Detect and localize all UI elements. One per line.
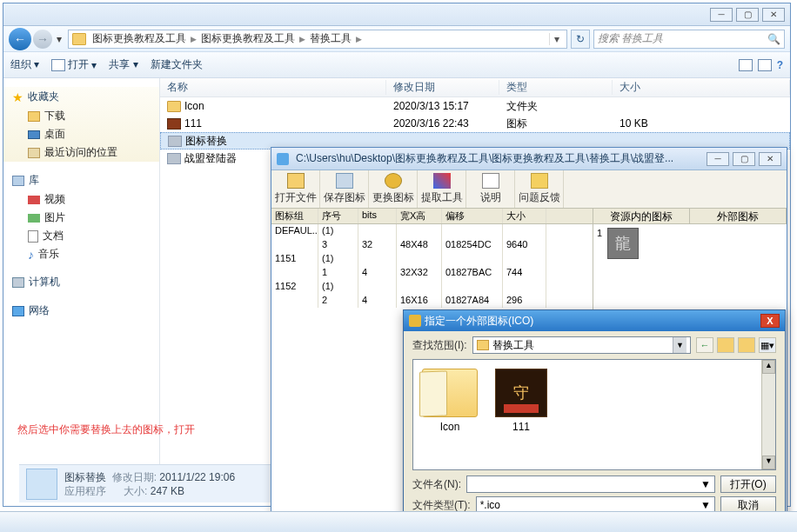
new-folder-button[interactable]: 新建文件夹 — [151, 57, 203, 72]
sidebar-item-videos[interactable]: 视频 — [3, 190, 159, 209]
help-icon — [482, 173, 499, 189]
up-button[interactable] — [717, 337, 734, 353]
chevron-right-icon[interactable]: ▶ — [354, 35, 364, 43]
file-browse-area[interactable]: Icon 守 111 ▲ ▼ — [412, 359, 776, 470]
minimize-button[interactable]: ─ — [710, 8, 733, 22]
back-button[interactable]: ← — [696, 337, 713, 353]
filename-input[interactable]: ▼ — [466, 475, 715, 493]
resource-icon-preview[interactable]: 龍 — [607, 228, 639, 259]
col-date[interactable]: 修改日期 — [386, 80, 499, 95]
grid-row[interactable]: 2416X1601827A84296 — [271, 294, 593, 308]
lookup-label: 查找范围(I): — [412, 338, 467, 353]
app-icon — [168, 136, 182, 147]
lookup-combo[interactable]: 替换工具 ▼ — [472, 336, 691, 354]
sidebar-computer[interactable]: 计算机 — [3, 272, 159, 292]
col-name[interactable]: 名称 — [160, 80, 386, 95]
open-file-button[interactable]: 打开文件 — [271, 170, 320, 208]
nav-forward-button[interactable]: → — [33, 30, 52, 49]
scrollbar[interactable]: ▲ ▼ — [761, 360, 775, 469]
sidebar-item-desktop[interactable]: 桌面 — [3, 125, 159, 143]
col-group[interactable]: 图标组 — [271, 209, 318, 223]
sidebar-libraries[interactable]: 库 — [3, 170, 159, 190]
help-button[interactable]: 说明 — [466, 170, 515, 208]
sidebar-favorites[interactable]: ★收藏夹 — [3, 87, 159, 107]
chevron-down-icon[interactable]: ▼ — [673, 337, 686, 353]
replace-icon-button[interactable]: 更换图标 — [369, 170, 418, 208]
nav-history-dropdown[interactable]: ▾ — [54, 33, 64, 45]
nav-pane: ★收藏夹 下载 桌面 最近访问的位置 库 视频 图片 文档 ♪音乐 计算机 网络 — [3, 78, 160, 480]
grid-row[interactable]: 1432X3201827BAC744 — [271, 266, 593, 280]
filename-label: 文件名(N): — [412, 477, 461, 492]
grid-row[interactable]: 1152(1) — [271, 280, 593, 294]
col-size[interactable]: 大小 — [503, 209, 546, 223]
chevron-down-icon[interactable]: ▼ — [700, 478, 711, 490]
view-mode-button[interactable]: ▦▾ — [759, 337, 776, 353]
extract-icon — [433, 173, 451, 189]
file-picker-titlebar[interactable]: 指定一个外部图标(ICO) X — [404, 310, 785, 331]
icon-file-icon — [167, 118, 181, 130]
maximize-button[interactable]: ▢ — [733, 152, 755, 166]
sidebar-item-downloads[interactable]: 下载 — [3, 107, 159, 125]
new-folder-button[interactable] — [738, 337, 755, 353]
address-box[interactable]: 图标更换教程及工具▶ 图标更换教程及工具▶ 替换工具▶ ▾ — [68, 30, 567, 49]
save-icon-button[interactable]: 保存图标 — [320, 170, 369, 208]
resource-internal-body[interactable]: 1 龍 — [593, 224, 690, 263]
open-button[interactable]: 打开(O) — [720, 475, 776, 493]
organize-button[interactable]: 组织 ▾ — [10, 57, 39, 72]
close-button[interactable]: X — [760, 314, 780, 328]
col-type[interactable]: 类型 — [499, 80, 613, 95]
taskbar[interactable] — [0, 511, 797, 532]
extract-tool-button[interactable]: 提取工具 — [418, 170, 466, 208]
feedback-button[interactable]: 问题反馈 — [515, 170, 564, 208]
document-icon — [28, 230, 38, 243]
lookup-value: 替换工具 — [492, 338, 534, 353]
preview-pane-button[interactable] — [758, 59, 772, 71]
file-row[interactable]: 1112020/3/16 22:43图标10 KB — [160, 115, 790, 132]
search-input[interactable]: 搜索 替换工具 🔍 — [593, 30, 785, 49]
col-size[interactable]: 大小 — [613, 80, 790, 95]
sidebar-network[interactable]: 网络 — [3, 301, 159, 321]
icon-editor-titlebar[interactable]: C:\Users\hu\Desktop\图标更换教程及工具\图标更换教程及工具\… — [271, 148, 787, 170]
resource-internal-header: 资源内的图标 — [593, 209, 690, 224]
address-dropdown[interactable]: ▾ — [549, 33, 563, 45]
col-wh[interactable]: 宽X高 — [397, 209, 442, 223]
sidebar-item-music[interactable]: ♪音乐 — [3, 245, 159, 263]
browse-item-icon[interactable]: 守 111 — [495, 369, 547, 461]
grid-row[interactable]: DEFAUL..(1) — [271, 224, 593, 238]
maximize-button[interactable]: ▢ — [736, 8, 759, 22]
open-button[interactable]: 打开 ▾ — [51, 57, 97, 72]
col-bits[interactable]: bits — [358, 209, 397, 223]
col-offset[interactable]: 偏移 — [442, 209, 503, 223]
browse-item-folder[interactable]: Icon — [422, 369, 478, 461]
chevron-right-icon[interactable]: ▶ — [189, 35, 198, 43]
chevron-right-icon[interactable]: ▶ — [298, 35, 307, 43]
search-icon[interactable]: 🔍 — [767, 33, 780, 45]
library-icon — [12, 176, 24, 186]
breadcrumb[interactable]: 图标更换教程及工具 — [90, 31, 189, 46]
swap-icon — [385, 173, 402, 189]
star-icon: ★ — [12, 90, 23, 104]
item-label: Icon — [440, 421, 460, 433]
breadcrumb[interactable]: 图标更换教程及工具 — [198, 31, 298, 46]
file-row[interactable]: Icon2020/3/13 15:17文件夹 — [160, 97, 790, 115]
sidebar-item-recent[interactable]: 最近访问的位置 — [3, 143, 159, 162]
minimize-button[interactable]: ─ — [707, 152, 729, 166]
view-options-button[interactable] — [739, 59, 753, 71]
close-button[interactable]: ✕ — [759, 152, 781, 166]
scroll-down[interactable]: ▼ — [762, 456, 775, 469]
col-index[interactable]: 序号 — [318, 209, 358, 223]
share-button[interactable]: 共享 ▾ — [109, 57, 137, 72]
window-title: C:\Users\hu\Desktop\图标更换教程及工具\图标更换教程及工具\… — [292, 151, 703, 166]
scroll-up[interactable]: ▲ — [762, 360, 775, 374]
sidebar-item-documents[interactable]: 文档 — [3, 227, 159, 245]
explorer-titlebar[interactable]: ─ ▢ ✕ — [3, 3, 790, 26]
refresh-button[interactable]: ↻ — [571, 30, 590, 49]
nav-back-button[interactable]: ← — [9, 28, 31, 50]
help-button[interactable]: ? — [777, 59, 783, 71]
grid-row[interactable]: 1151(1) — [271, 252, 593, 266]
chevron-down-icon[interactable]: ▼ — [700, 499, 711, 511]
close-button[interactable]: ✕ — [762, 8, 785, 22]
sidebar-item-pictures[interactable]: 图片 — [3, 209, 159, 227]
breadcrumb[interactable]: 替换工具 — [307, 31, 354, 46]
grid-row[interactable]: 33248X48018254DC9640 — [271, 238, 593, 252]
